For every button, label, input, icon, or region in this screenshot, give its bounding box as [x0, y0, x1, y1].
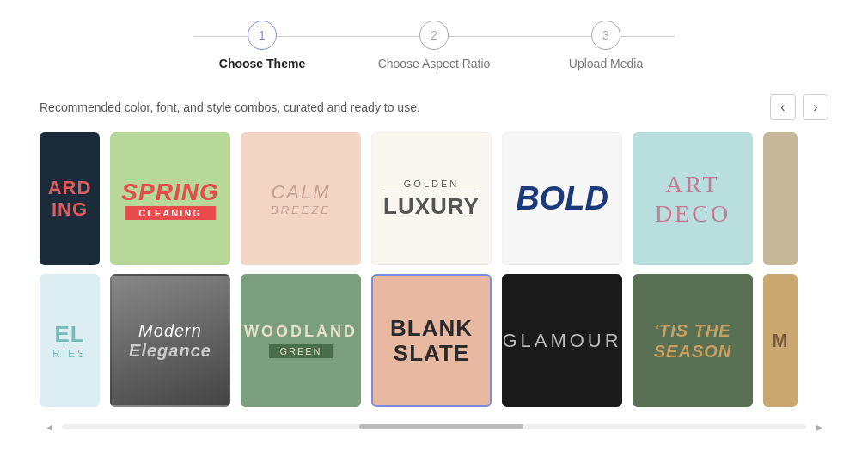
theme-card-partial-m[interactable]: M — [763, 274, 798, 407]
theme-card-golden[interactable]: GOLDEN LUXURY — [371, 132, 492, 265]
step-1-label: Choose Theme — [219, 57, 305, 70]
scroll-left-arrow[interactable]: ◂ — [40, 417, 58, 436]
scrollbar-thumb — [359, 424, 523, 429]
theme-card-partial-c[interactable] — [763, 132, 798, 265]
scrollbar: ◂ ▸ — [0, 417, 868, 436]
theme-card-blank-slate[interactable]: BLANKSLATE — [371, 274, 492, 407]
description-text: Recommended color, font, and style combo… — [40, 100, 420, 114]
prev-arrow-button[interactable]: ‹ — [770, 94, 796, 120]
theme-card-woodland[interactable]: WOODLAND GREEN — [241, 274, 361, 407]
theme-grid-row2: EL RIES Modern Elegance WOODLAND GREEN B… — [0, 274, 868, 407]
theme-grid-row1-inner: ARDING SPRING CLEANING CALM BREEZE GOLDE… — [40, 132, 828, 265]
scrollbar-track[interactable] — [62, 424, 806, 429]
theme-card-modern[interactable]: Modern Elegance — [110, 274, 230, 407]
theme-card-bold[interactable]: BOLD — [502, 132, 622, 265]
nav-arrows: ‹ › — [770, 94, 828, 120]
theme-card-hard[interactable]: ARDING — [40, 132, 100, 265]
theme-card-calm[interactable]: CALM BREEZE — [241, 132, 361, 265]
scroll-right-arrow[interactable]: ▸ — [810, 417, 828, 436]
step-3-label: Upload Media — [569, 57, 643, 70]
theme-card-artdeco[interactable]: ARTDECO — [633, 132, 753, 265]
step-2-label: Choose Aspect Ratio — [378, 57, 491, 70]
step-3[interactable]: 3 Upload Media — [520, 21, 692, 70]
step-2[interactable]: 2 Choose Aspect Ratio — [348, 21, 520, 70]
theme-card-el[interactable]: EL RIES — [40, 274, 100, 407]
step-2-circle: 2 — [419, 21, 449, 50]
theme-grid-row1: ARDING SPRING CLEANING CALM BREEZE GOLDE… — [0, 132, 868, 265]
theme-card-spring[interactable]: SPRING CLEANING — [110, 132, 230, 265]
description-bar: Recommended color, font, and style combo… — [0, 84, 868, 132]
theme-card-glamour[interactable]: GLAMOUR — [502, 274, 622, 407]
next-arrow-button[interactable]: › — [803, 94, 828, 120]
step-1[interactable]: 1 Choose Theme — [176, 21, 348, 70]
step-3-circle: 3 — [591, 21, 620, 50]
stepper: 1 Choose Theme 2 Choose Aspect Ratio 3 U… — [0, 0, 868, 84]
theme-card-tis-the-season[interactable]: 'TIS THESEASON — [633, 274, 753, 407]
theme-grid-row2-inner: EL RIES Modern Elegance WOODLAND GREEN B… — [40, 274, 828, 407]
step-1-circle: 1 — [248, 21, 277, 50]
